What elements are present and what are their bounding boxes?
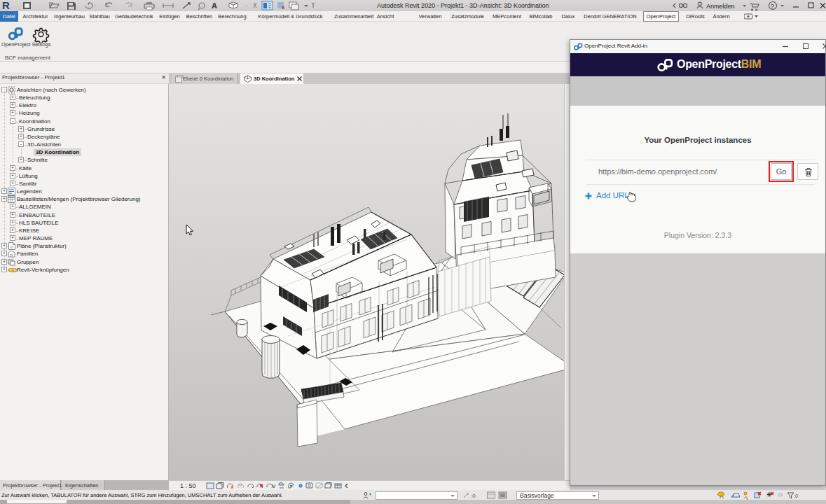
svg-text:?: ? bbox=[771, 3, 774, 10]
svg-text:Anmelden: Anmelden bbox=[706, 3, 735, 10]
svg-text:A: A bbox=[212, 1, 217, 10]
svg-text::0: :0 bbox=[471, 493, 476, 499]
svg-text:R: R bbox=[2, 0, 10, 11]
svg-text::0: :0 bbox=[794, 493, 798, 499]
svg-text:x: x bbox=[230, 484, 234, 490]
svg-text:x: x bbox=[282, 4, 285, 10]
